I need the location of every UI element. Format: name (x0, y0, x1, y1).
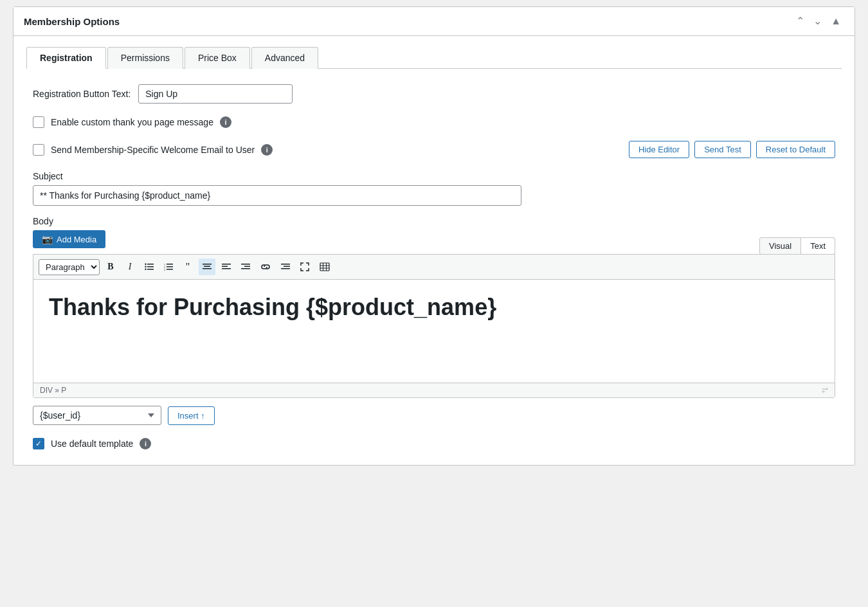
add-media-icon: 📷 (42, 234, 53, 244)
tabs-list: Registration Permissions Price Box Advan… (26, 46, 842, 69)
svg-rect-20 (241, 268, 250, 269)
svg-rect-6 (167, 264, 173, 265)
editor-tab-text[interactable]: Text (801, 237, 835, 255)
svg-point-4 (145, 266, 146, 267)
custom-thankyou-row: Enable custom thank you page message i (33, 116, 835, 128)
tab-content-registration: Registration Button Text: Enable custom … (14, 69, 854, 465)
widget-header: Membership Options ⌃ ⌄ ▲ (14, 7, 854, 36)
welcome-email-info-icon[interactable]: i (261, 144, 273, 156)
welcome-email-checkbox[interactable] (33, 144, 44, 156)
editor-content-heading: Thanks for Purchasing {$product_name} (49, 293, 819, 323)
body-label: Body (33, 216, 835, 226)
toolbar-align-right-btn[interactable] (237, 258, 254, 275)
custom-thankyou-info-icon[interactable]: i (220, 116, 231, 128)
svg-rect-0 (147, 264, 154, 265)
toolbar-table-btn[interactable] (316, 258, 334, 275)
svg-rect-8 (167, 269, 173, 270)
svg-rect-15 (222, 264, 231, 265)
widget-move-up-btn[interactable]: ⌃ (793, 15, 808, 28)
tab-registration[interactable]: Registration (26, 47, 106, 69)
add-media-tabs-row: 📷 Add Media Visual Text (33, 230, 835, 255)
insert-row: {$user_id} {$product_name} {$membership_… (33, 406, 835, 425)
editor-toolbar: Paragraph B I (33, 255, 835, 280)
resize-handle-icon[interactable]: ⥂ (822, 386, 828, 395)
widget-title: Membership Options (24, 16, 120, 27)
subject-input[interactable] (33, 185, 521, 206)
insert-variable-select[interactable]: {$user_id} {$product_name} {$membership_… (33, 406, 161, 425)
svg-text:3: 3 (164, 268, 165, 271)
body-section: Body 📷 Add Media Visual Text Paragraph (33, 216, 835, 425)
welcome-email-row: Send Membership-Specific Welcome Email t… (33, 141, 835, 158)
hide-editor-button[interactable]: Hide Editor (629, 141, 689, 158)
svg-rect-18 (241, 264, 250, 265)
registration-button-label: Registration Button Text: (33, 89, 131, 99)
custom-thankyou-label: Enable custom thank you page message (51, 117, 213, 127)
editor-wrapper: Paragraph B I (33, 254, 835, 398)
svg-rect-22 (284, 266, 290, 267)
tab-permissions[interactable]: Permissions (107, 47, 183, 69)
add-media-button[interactable]: 📷 Add Media (33, 230, 105, 248)
svg-rect-12 (203, 264, 212, 265)
subject-label: Subject (33, 171, 835, 181)
add-media-label: Add Media (57, 235, 96, 244)
tab-advanced[interactable]: Advanced (251, 47, 318, 69)
toolbar-blockquote-btn[interactable]: " (179, 258, 196, 275)
use-default-template-label: Use default template (51, 439, 133, 449)
statusbar-path: DIV » P (40, 386, 66, 395)
welcome-email-label: Send Membership-Specific Welcome Email t… (51, 145, 255, 155)
svg-rect-13 (204, 266, 210, 267)
use-default-template-checkbox[interactable] (33, 438, 44, 449)
svg-rect-2 (147, 269, 154, 270)
toolbar-align-left-btn[interactable] (218, 258, 235, 275)
widget-move-down-btn[interactable]: ⌄ (810, 15, 825, 28)
toolbar-ol-btn[interactable]: 1 2 3 (160, 258, 177, 275)
svg-rect-1 (147, 266, 154, 267)
svg-rect-24 (320, 263, 329, 271)
format-select[interactable]: Paragraph (39, 259, 100, 275)
widget-collapse-btn[interactable]: ▲ (827, 15, 844, 28)
custom-thankyou-checkbox[interactable] (33, 116, 44, 128)
tab-pricebox[interactable]: Price Box (185, 47, 250, 69)
reset-default-button[interactable]: Reset to Default (756, 141, 835, 158)
tabs-container: Registration Permissions Price Box Advan… (14, 36, 854, 69)
widget-controls: ⌃ ⌄ ▲ (793, 15, 844, 28)
svg-rect-17 (222, 268, 231, 269)
editor-tab-visual[interactable]: Visual (759, 237, 801, 255)
toolbar-link-btn[interactable] (257, 258, 275, 275)
toolbar-align-center-btn[interactable] (199, 258, 215, 275)
toolbar-indent-btn[interactable] (277, 258, 294, 275)
svg-point-3 (145, 264, 146, 265)
toolbar-ul-btn[interactable] (141, 258, 158, 275)
editor-tab-strip: Visual Text (759, 237, 835, 255)
toolbar-fullscreen-btn[interactable] (296, 258, 313, 275)
svg-rect-16 (222, 266, 228, 267)
email-editor-btn-group: Hide Editor Send Test Reset to Default (629, 141, 835, 158)
svg-rect-14 (203, 268, 212, 269)
editor-statusbar: DIV » P ⥂ (33, 383, 835, 397)
svg-rect-23 (281, 268, 290, 269)
svg-rect-19 (244, 266, 250, 267)
editor-body[interactable]: Thanks for Purchasing {$product_name} (33, 280, 835, 383)
toolbar-bold-btn[interactable]: B (102, 258, 119, 275)
subject-section: Subject (33, 171, 835, 206)
use-default-template-row: Use default template i (33, 438, 835, 449)
svg-rect-7 (167, 266, 173, 267)
registration-button-input[interactable] (138, 84, 293, 104)
svg-point-5 (145, 269, 146, 270)
send-test-button[interactable]: Send Test (694, 141, 751, 158)
svg-rect-21 (281, 264, 290, 265)
use-default-template-info-icon[interactable]: i (140, 438, 151, 449)
insert-button[interactable]: Insert ↑ (168, 406, 215, 425)
registration-button-row: Registration Button Text: (33, 84, 835, 104)
toolbar-italic-btn[interactable]: I (122, 258, 138, 275)
